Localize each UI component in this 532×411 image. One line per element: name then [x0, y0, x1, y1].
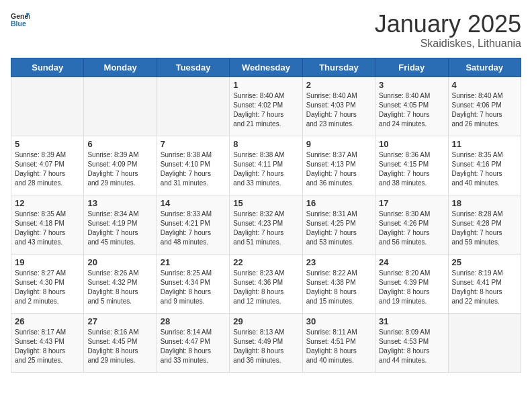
calendar-header-row: Sunday Monday Tuesday Wednesday Thursday… — [11, 58, 521, 77]
day-number: 6 — [87, 139, 152, 149]
table-row: 17Sunrise: 8:30 AM Sunset: 4:26 PM Dayli… — [375, 195, 448, 254]
table-row: 25Sunrise: 8:19 AM Sunset: 4:41 PM Dayli… — [448, 254, 521, 313]
day-number: 7 — [161, 139, 226, 149]
day-info: Sunrise: 8:11 AM Sunset: 4:51 PM Dayligh… — [306, 328, 371, 365]
day-info: Sunrise: 8:40 AM Sunset: 4:02 PM Dayligh… — [233, 91, 298, 129]
day-number: 11 — [452, 139, 517, 149]
day-info: Sunrise: 8:16 AM Sunset: 4:45 PM Dayligh… — [87, 328, 152, 365]
table-row: 23Sunrise: 8:22 AM Sunset: 4:38 PM Dayli… — [302, 254, 375, 313]
day-number: 12 — [15, 198, 80, 208]
table-row: 30Sunrise: 8:11 AM Sunset: 4:51 PM Dayli… — [302, 313, 375, 372]
table-row: 16Sunrise: 8:31 AM Sunset: 4:25 PM Dayli… — [302, 195, 375, 254]
table-row: 15Sunrise: 8:32 AM Sunset: 4:23 PM Dayli… — [230, 195, 302, 254]
table-row: 6Sunrise: 8:39 AM Sunset: 4:09 PM Daylig… — [84, 136, 157, 195]
day-number: 17 — [379, 198, 444, 208]
table-row: 9Sunrise: 8:37 AM Sunset: 4:13 PM Daylig… — [302, 136, 375, 195]
table-row: 4Sunrise: 8:40 AM Sunset: 4:06 PM Daylig… — [448, 77, 521, 136]
table-row: 29Sunrise: 8:13 AM Sunset: 4:49 PM Dayli… — [230, 313, 302, 372]
day-number: 14 — [161, 198, 226, 208]
day-number: 10 — [379, 139, 444, 149]
col-saturday: Saturday — [448, 58, 521, 77]
table-row: 13Sunrise: 8:34 AM Sunset: 4:19 PM Dayli… — [84, 195, 157, 254]
day-info: Sunrise: 8:39 AM Sunset: 4:09 PM Dayligh… — [87, 150, 152, 188]
day-number: 31 — [379, 316, 444, 326]
page-header: General Blue January 2025 Skaidiskes, Li… — [11, 11, 521, 50]
day-info: Sunrise: 8:35 AM Sunset: 4:16 PM Dayligh… — [452, 150, 517, 188]
col-wednesday: Wednesday — [230, 58, 302, 77]
table-row: 11Sunrise: 8:35 AM Sunset: 4:16 PM Dayli… — [448, 136, 521, 195]
col-friday: Friday — [375, 58, 448, 77]
table-row: 26Sunrise: 8:17 AM Sunset: 4:43 PM Dayli… — [11, 313, 84, 372]
calendar-week-row: 12Sunrise: 8:35 AM Sunset: 4:18 PM Dayli… — [11, 195, 521, 254]
col-thursday: Thursday — [302, 58, 375, 77]
day-info: Sunrise: 8:32 AM Sunset: 4:23 PM Dayligh… — [233, 210, 298, 247]
day-info: Sunrise: 8:13 AM Sunset: 4:49 PM Dayligh… — [233, 328, 298, 365]
day-number: 15 — [233, 198, 298, 208]
table-row: 10Sunrise: 8:36 AM Sunset: 4:15 PM Dayli… — [375, 136, 448, 195]
day-number: 27 — [87, 316, 152, 326]
day-number: 22 — [233, 257, 298, 267]
table-row: 5Sunrise: 8:39 AM Sunset: 4:07 PM Daylig… — [11, 136, 84, 195]
table-row: 2Sunrise: 8:40 AM Sunset: 4:03 PM Daylig… — [302, 77, 375, 136]
table-row: 8Sunrise: 8:38 AM Sunset: 4:11 PM Daylig… — [230, 136, 302, 195]
day-info: Sunrise: 8:33 AM Sunset: 4:21 PM Dayligh… — [161, 210, 226, 247]
day-info: Sunrise: 8:20 AM Sunset: 4:39 PM Dayligh… — [379, 269, 444, 306]
day-info: Sunrise: 8:40 AM Sunset: 4:03 PM Dayligh… — [306, 91, 371, 129]
logo-icon: General Blue — [11, 11, 30, 30]
day-info: Sunrise: 8:38 AM Sunset: 4:11 PM Dayligh… — [233, 150, 298, 188]
title-block: January 2025 Skaidiskes, Lithuania — [375, 11, 521, 50]
table-row: 18Sunrise: 8:28 AM Sunset: 4:28 PM Dayli… — [448, 195, 521, 254]
calendar-title: January 2025 — [375, 11, 521, 38]
day-info: Sunrise: 8:22 AM Sunset: 4:38 PM Dayligh… — [306, 269, 371, 306]
day-info: Sunrise: 8:26 AM Sunset: 4:32 PM Dayligh… — [87, 269, 152, 306]
table-row: 14Sunrise: 8:33 AM Sunset: 4:21 PM Dayli… — [157, 195, 229, 254]
day-number: 1 — [233, 80, 298, 90]
day-info: Sunrise: 8:19 AM Sunset: 4:41 PM Dayligh… — [452, 269, 517, 306]
svg-text:Blue: Blue — [11, 19, 26, 28]
calendar-subtitle: Skaidiskes, Lithuania — [375, 38, 521, 50]
col-tuesday: Tuesday — [157, 58, 229, 77]
day-info: Sunrise: 8:14 AM Sunset: 4:47 PM Dayligh… — [161, 328, 226, 365]
day-number: 2 — [306, 80, 371, 90]
day-info: Sunrise: 8:38 AM Sunset: 4:10 PM Dayligh… — [161, 150, 226, 188]
day-info: Sunrise: 8:23 AM Sunset: 4:36 PM Dayligh… — [233, 269, 298, 306]
day-number: 9 — [306, 139, 371, 149]
table-row: 27Sunrise: 8:16 AM Sunset: 4:45 PM Dayli… — [84, 313, 157, 372]
day-number: 30 — [306, 316, 371, 326]
day-number: 19 — [15, 257, 80, 267]
day-info: Sunrise: 8:28 AM Sunset: 4:28 PM Dayligh… — [452, 210, 517, 247]
day-number: 16 — [306, 198, 371, 208]
table-row — [157, 77, 229, 136]
calendar-week-row: 19Sunrise: 8:27 AM Sunset: 4:30 PM Dayli… — [11, 254, 521, 313]
table-row — [448, 313, 521, 372]
table-row: 12Sunrise: 8:35 AM Sunset: 4:18 PM Dayli… — [11, 195, 84, 254]
day-number: 18 — [452, 198, 517, 208]
day-number: 8 — [233, 139, 298, 149]
day-info: Sunrise: 8:40 AM Sunset: 4:05 PM Dayligh… — [379, 91, 444, 129]
day-number: 28 — [161, 316, 226, 326]
day-info: Sunrise: 8:39 AM Sunset: 4:07 PM Dayligh… — [15, 150, 80, 188]
day-info: Sunrise: 8:36 AM Sunset: 4:15 PM Dayligh… — [379, 150, 444, 188]
table-row: 28Sunrise: 8:14 AM Sunset: 4:47 PM Dayli… — [157, 313, 229, 372]
logo: General Blue — [11, 11, 30, 30]
day-number: 26 — [15, 316, 80, 326]
table-row — [84, 77, 157, 136]
day-number: 4 — [452, 80, 517, 90]
day-number: 25 — [452, 257, 517, 267]
day-number: 20 — [87, 257, 152, 267]
day-info: Sunrise: 8:40 AM Sunset: 4:06 PM Dayligh… — [452, 91, 517, 129]
table-row: 7Sunrise: 8:38 AM Sunset: 4:10 PM Daylig… — [157, 136, 229, 195]
day-info: Sunrise: 8:30 AM Sunset: 4:26 PM Dayligh… — [379, 210, 444, 247]
table-row: 21Sunrise: 8:25 AM Sunset: 4:34 PM Dayli… — [157, 254, 229, 313]
day-number: 5 — [15, 139, 80, 149]
day-number: 13 — [87, 198, 152, 208]
table-row: 1Sunrise: 8:40 AM Sunset: 4:02 PM Daylig… — [230, 77, 302, 136]
day-number: 23 — [306, 257, 371, 267]
col-sunday: Sunday — [11, 58, 84, 77]
day-number: 24 — [379, 257, 444, 267]
day-info: Sunrise: 8:25 AM Sunset: 4:34 PM Dayligh… — [161, 269, 226, 306]
table-row: 3Sunrise: 8:40 AM Sunset: 4:05 PM Daylig… — [375, 77, 448, 136]
table-row: 20Sunrise: 8:26 AM Sunset: 4:32 PM Dayli… — [84, 254, 157, 313]
table-row: 31Sunrise: 8:09 AM Sunset: 4:53 PM Dayli… — [375, 313, 448, 372]
table-row: 22Sunrise: 8:23 AM Sunset: 4:36 PM Dayli… — [230, 254, 302, 313]
